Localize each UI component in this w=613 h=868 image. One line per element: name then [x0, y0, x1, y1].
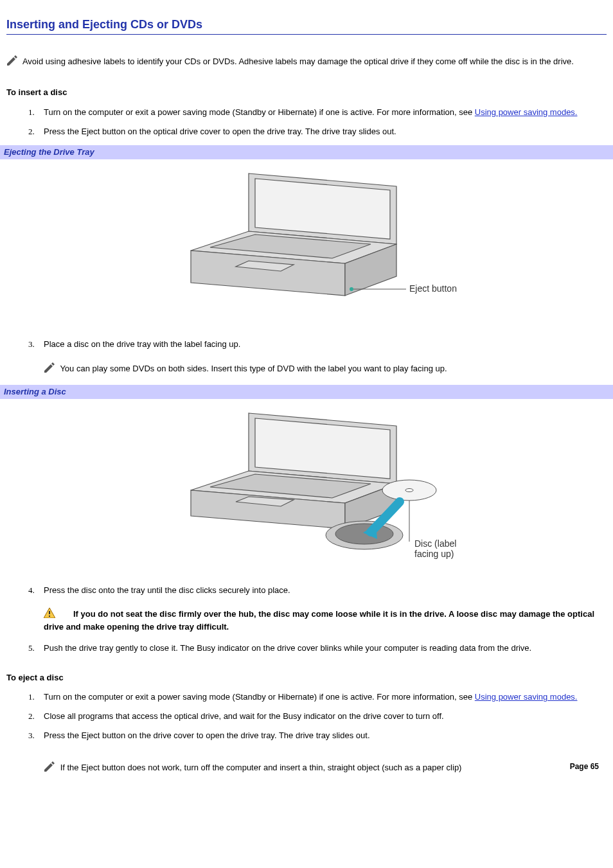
insert-steps-cont3: Push the drive tray gently to close it. …: [6, 642, 607, 654]
eject-note-bottom: If the Eject button does not work, turn …: [60, 763, 462, 772]
insert-steps-cont: Place a disc on the drive tray with the …: [6, 339, 607, 350]
power-saving-link-2[interactable]: Using power saving modes.: [475, 692, 578, 702]
power-saving-link[interactable]: Using power saving modes.: [475, 107, 578, 117]
figure-caption-ejecting: Ejecting the Drive Tray: [0, 145, 613, 159]
eject-step-2: Close all programs that access the optic…: [44, 711, 607, 722]
fig-eject-button-label: Eject button: [409, 283, 457, 294]
svg-point-17: [335, 524, 393, 544]
svg-rect-23: [49, 611, 50, 614]
insert-steps: Turn on the computer or exit a power sav…: [6, 107, 607, 137]
fig-disc-label-2: facing up): [414, 549, 454, 559]
insert-step-3: Place a disc on the drive tray with the …: [44, 339, 607, 350]
top-note-text: Avoid using adhesive labels to identify …: [22, 57, 574, 66]
insert-step-1: Turn on the computer or exit a power sav…: [44, 107, 607, 118]
eject-heading: To eject a disc: [6, 672, 607, 684]
seat-disc-warning: If you do not seat the disc firmly over …: [44, 608, 607, 633]
pencil-note-icon: [44, 761, 57, 775]
page-number: Page 65: [570, 761, 599, 772]
insert-step-2: Press the Eject button on the optical dr…: [44, 126, 607, 137]
svg-rect-24: [49, 616, 50, 617]
fig-disc-label-1: Disc (label: [414, 538, 456, 549]
figure-ejecting-tray: Eject button: [6, 167, 607, 331]
figure-caption-inserting: Inserting a Disc: [0, 385, 613, 399]
svg-point-19: [405, 488, 413, 492]
eject-step-3: Press the Eject button on the drive cove…: [44, 730, 607, 741]
figure-inserting-disc: Disc (label facing up): [6, 407, 607, 577]
insert-heading: To insert a disc: [6, 87, 607, 98]
dvd-both-sides-note: You can play some DVDs on both sides. In…: [44, 362, 607, 376]
svg-point-7: [350, 287, 353, 291]
pencil-note-icon: [6, 55, 19, 69]
page-title: Inserting and Ejecting CDs or DVDs: [6, 17, 607, 35]
insert-steps-cont2: Press the disc onto the tray until the d…: [6, 585, 607, 596]
eject-steps: Turn on the computer or exit a power sav…: [6, 691, 607, 742]
warning-icon: [44, 608, 55, 621]
insert-step-5: Push the drive tray gently to close it. …: [44, 642, 607, 654]
pencil-note-icon: [44, 362, 57, 376]
insert-step-4: Press the disc onto the tray until the d…: [44, 585, 607, 596]
eject-step-1: Turn on the computer or exit a power sav…: [44, 691, 607, 703]
top-note: Avoid using adhesive labels to identify …: [6, 55, 607, 69]
